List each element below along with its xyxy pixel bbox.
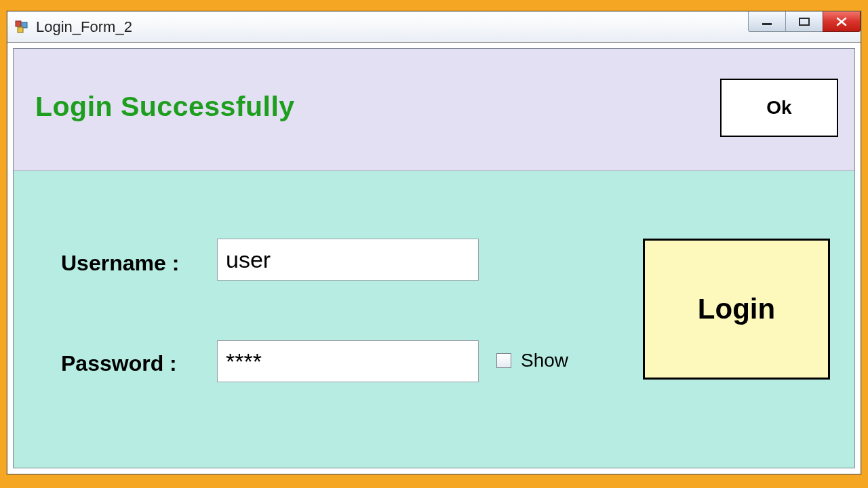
app-icon: [14, 20, 29, 35]
password-label: Password :: [61, 351, 177, 376]
ok-button-label: Ok: [766, 97, 791, 119]
show-password-checkbox[interactable]: [496, 353, 511, 368]
login-button-label: Login: [698, 293, 775, 325]
app-window: Login_Form_2 Login Successfully Ok Usern…: [7, 11, 861, 474]
svg-rect-4: [800, 18, 809, 25]
show-password-label: Show: [521, 350, 568, 371]
username-input[interactable]: [217, 239, 479, 281]
client-area: Login Successfully Ok Username : Passwor…: [13, 48, 855, 468]
window-title: Login_Form_2: [36, 18, 132, 36]
svg-rect-3: [762, 23, 772, 25]
login-button[interactable]: Login: [643, 239, 830, 380]
close-button[interactable]: [823, 12, 861, 32]
minimize-button[interactable]: [748, 12, 786, 32]
maximize-button[interactable]: [785, 12, 823, 32]
show-password-group: Show: [496, 350, 568, 371]
svg-rect-0: [16, 21, 21, 26]
username-label: Username :: [61, 251, 179, 276]
window-controls: [749, 12, 861, 32]
title-bar[interactable]: Login_Form_2: [7, 12, 861, 43]
svg-rect-2: [18, 27, 23, 33]
login-form: Username : Password : Show Login: [14, 171, 854, 468]
password-input[interactable]: [217, 340, 479, 382]
notice-panel: Login Successfully Ok: [14, 49, 854, 171]
ok-button[interactable]: Ok: [720, 79, 838, 137]
success-message: Login Successfully: [35, 91, 295, 123]
